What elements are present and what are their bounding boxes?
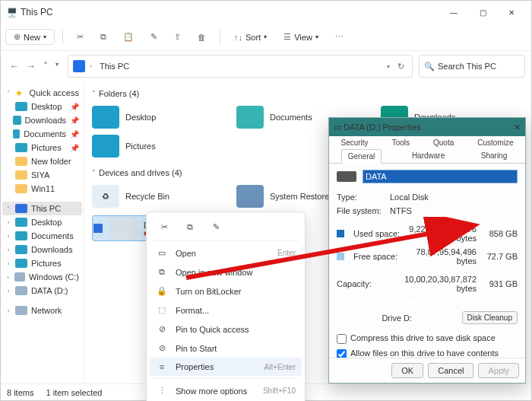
properties-title: DATA (D:) Properties [344,123,421,132]
ctx-cut-icon[interactable]: ✂ [154,218,174,235]
ctx-more-options[interactable]: ⋮Show more optionsShift+F10 [150,381,302,400]
nav-pane: ˅★Quick access Desktop📌 Downloads📌 Docum… [1,81,84,383]
command-bar: ⊕ New ▾ ✂ ⧉ 📋 ✎ ⇪ 🗑 ↑↓ Sort ▾ ☰ View ▾ ⋯ [1,24,531,51]
sidebar-siya[interactable]: SIYA [2,168,82,182]
format-icon: ⬚ [156,305,168,315]
rename-button[interactable]: ✎ [144,29,163,45]
search-placeholder: Search This PC [438,62,496,71]
ctx-copy-icon[interactable]: ⧉ [180,218,200,235]
folder-icon [92,135,119,158]
pin-icon: ⊘ [156,343,168,353]
compress-checkbox[interactable]: Compress this drive to save disk space [337,333,518,344]
ctx-rename-icon[interactable]: ✎ [206,218,226,235]
ctx-pin-start[interactable]: ⊘Pin to Start [150,339,302,358]
filesystem-value: NTFS [390,206,518,215]
sidebar-network[interactable]: ›Network [2,304,82,317]
up-button[interactable]: ˄ [43,61,48,72]
sidebar-win11[interactable]: Win11 [2,182,82,196]
sidebar-this-pc[interactable]: ˅This PC [2,202,82,215]
context-menu: ✂ ⧉ ✎ ▭OpenEnter ⧉Open in new window 🔒Tu… [146,212,306,401]
status-selected: 1 item selected [46,388,102,397]
sidebar-pc-documents[interactable]: ›Documents [2,229,82,243]
pc-icon [73,60,85,72]
item-desktop[interactable]: Desktop [92,106,206,129]
refresh-button[interactable]: ↻ [394,62,407,72]
ctx-open-new-window[interactable]: ⧉Open in new window [150,263,302,282]
ok-button[interactable]: OK [391,363,423,378]
breadcrumb[interactable]: This PC [97,60,132,72]
sidebar-pc-windows-c[interactable]: ›Windows (C:) [2,270,82,284]
sidebar-downloads[interactable]: Downloads📌 [2,113,82,127]
share-button[interactable]: ⇪ [168,29,187,45]
view-button[interactable]: ☰ View ▾ [277,29,325,45]
restore-icon [236,185,264,208]
sidebar-pictures[interactable]: Pictures📌 [2,141,82,154]
more-button[interactable]: ⋯ [329,29,350,45]
sidebar-quick-access[interactable]: ˅★Quick access [2,86,82,100]
used-bytes: 9,22,12,34,93,376 bytes [407,224,477,243]
ctx-format[interactable]: ⬚Format... [150,301,302,320]
tab-security[interactable]: Security [335,136,375,149]
item-pictures[interactable]: Pictures [92,135,206,158]
address-bar[interactable]: › This PC ▾ ↻ [68,55,413,78]
usage-pie [404,299,451,305]
free-gb: 72.7 GB [483,252,518,261]
status-items: 8 items [7,388,33,397]
close-button[interactable]: ✕ [498,2,525,23]
drive-name-field[interactable] [363,170,518,183]
maximize-button[interactable]: ▢ [469,2,496,23]
capacity-bytes: 10,00,20,30,87,872 bytes [390,275,477,293]
ctx-properties[interactable]: ≡PropertiesAlt+Enter [150,358,302,376]
sidebar-new-folder[interactable]: New folder [2,154,82,168]
back-button[interactable]: ← [10,61,19,72]
title-bar: 🖥️ This PC — ▢ ✕ [1,1,531,24]
free-bytes: 78,07,95,94,496 bytes [407,247,477,266]
window-icon: ⧉ [156,267,168,277]
tab-hardware[interactable]: Hardware [406,149,451,163]
drive-label: Drive D: [337,313,458,323]
group-folders[interactable]: ˅Folders (4) [92,86,524,103]
nav-bar: ← → ˄ ▾ › This PC ▾ ↻ 🔍 Search This PC [1,51,531,81]
tab-quota[interactable]: Quota [427,136,460,149]
sort-button[interactable]: ↑↓ Sort ▾ [228,30,273,45]
tab-general[interactable]: General [341,149,382,164]
more-icon: ⋮ [156,386,168,396]
paste-button[interactable]: 📋 [117,29,140,45]
forward-button[interactable]: → [27,61,36,72]
tab-customize[interactable]: Customize [471,136,519,149]
properties-close-button[interactable]: ✕ [514,123,521,132]
lock-icon: 🔒 [156,286,168,296]
drive-icon: ▭ [334,123,341,132]
sidebar-pc-pictures[interactable]: ›Pictures [2,256,82,270]
disk-cleanup-button[interactable]: Disk Cleanup [462,311,518,324]
item-recycle-bin[interactable]: ♻Recycle Bin [92,185,206,208]
tab-tools[interactable]: Tools [386,136,416,149]
apply-button[interactable]: Apply [478,363,519,378]
search-box[interactable]: 🔍 Search This PC [419,55,525,78]
sidebar-pc-data-d[interactable]: ›DATA (D:) [2,284,82,298]
ctx-open[interactable]: ▭OpenEnter [150,243,302,263]
new-button[interactable]: ⊕ New ▾ [5,29,55,45]
minimize-button[interactable]: — [440,2,467,23]
recent-button[interactable]: ▾ [55,61,59,72]
sidebar-desktop[interactable]: Desktop📌 [2,100,82,113]
index-checkbox[interactable]: Allow files on this drive to have conten… [337,348,518,358]
folder-icon [92,106,119,129]
recycle-icon: ♻ [92,185,119,208]
type-value: Local Disk [390,193,518,202]
copy-button[interactable]: ⧉ [94,29,112,45]
search-icon: 🔍 [424,62,435,72]
tab-sharing[interactable]: Sharing [475,149,513,163]
drive-icon [110,217,138,240]
cancel-button[interactable]: Cancel [428,363,473,378]
delete-button[interactable]: 🗑 [192,30,212,45]
sidebar-documents[interactable]: Documents📌 [2,127,82,141]
sidebar-pc-desktop[interactable]: ›Desktop [2,215,82,229]
folder-glyph: 🖥️ [7,8,17,18]
pin-icon: 📌 [70,103,79,111]
properties-icon: ≡ [156,362,168,371]
ctx-bitlocker[interactable]: 🔒Turn on BitLocker [150,282,302,301]
cut-button[interactable]: ✂ [71,29,90,45]
ctx-pin-quick[interactable]: ⊘Pin to Quick access [150,320,302,339]
sidebar-pc-downloads[interactable]: ›Downloads [2,243,82,256]
